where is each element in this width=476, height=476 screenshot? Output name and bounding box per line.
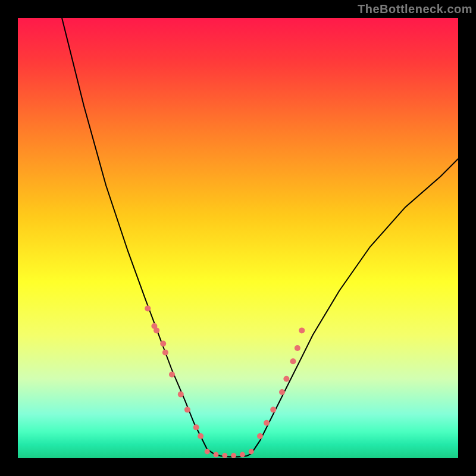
watermark-text: TheBottleneck.com: [358, 2, 472, 16]
plot-area: [18, 18, 458, 458]
marker-dot: [299, 327, 305, 333]
marker-dot: [279, 389, 285, 395]
marker-dot: [295, 345, 300, 351]
marker-dot: [184, 407, 190, 413]
marker-dot: [193, 424, 199, 430]
marker-dot: [240, 452, 245, 458]
marker-dot: [257, 433, 263, 439]
marker-dot: [169, 371, 175, 377]
marker-dot: [222, 453, 227, 458]
marker-dot: [145, 305, 151, 311]
data-markers: [145, 305, 305, 458]
curve-left-curve: [62, 18, 214, 454]
marker-dot: [154, 327, 159, 333]
marker-dot: [231, 453, 236, 458]
marker-dot: [205, 449, 210, 454]
marker-dot: [270, 407, 276, 413]
marker-dot: [198, 433, 203, 439]
chart-svg: [18, 18, 458, 458]
chart-container: TheBottleneck.com: [0, 0, 476, 476]
marker-dot: [160, 341, 166, 347]
marker-dot: [214, 452, 219, 458]
marker-dot: [290, 358, 296, 364]
bottleneck-curve: [62, 18, 458, 457]
marker-dot: [162, 349, 168, 355]
curve-right-curve: [251, 159, 458, 454]
marker-dot: [264, 420, 270, 426]
marker-dot: [249, 449, 254, 454]
marker-dot: [178, 392, 184, 397]
marker-dot: [283, 376, 289, 382]
